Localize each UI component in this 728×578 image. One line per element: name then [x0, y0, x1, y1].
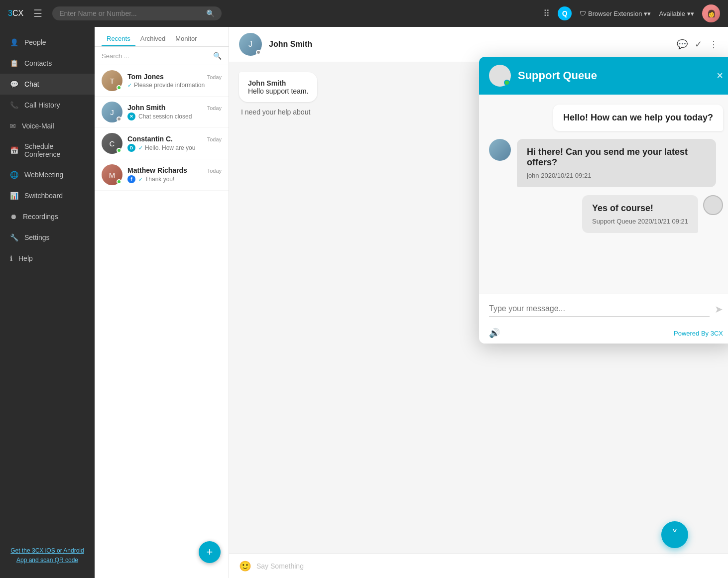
- chat-item-matthew[interactable]: M Matthew Richards Today f ✓ Thank you!: [95, 159, 229, 191]
- chat-bubble-icon[interactable]: 💬: [677, 39, 688, 50]
- sidebar-item-contacts[interactable]: Contacts: [0, 53, 95, 74]
- contacts-icon: [10, 59, 18, 68]
- emoji-icon[interactable]: 🙂: [239, 560, 251, 572]
- tab-recents[interactable]: Recents: [102, 32, 135, 46]
- contact-name: Matthew Richards: [127, 166, 187, 174]
- support-queue-footer: 🔊 Powered By 3CX: [479, 324, 728, 344]
- incoming-message: Hi there! Can you send me your latest of…: [517, 139, 716, 187]
- sidebar-item-chat[interactable]: Chat: [0, 74, 95, 95]
- sidebar-item-switchboard[interactable]: Switchboard: [0, 185, 95, 206]
- sidebar-item-help[interactable]: Help: [0, 248, 95, 269]
- message-time: Today: [207, 105, 222, 111]
- recordings-icon: [10, 212, 17, 221]
- new-chat-button[interactable]: +: [199, 541, 221, 563]
- tab-monitor[interactable]: Monitor: [170, 32, 202, 46]
- sidebar-item-schedule-conference[interactable]: Schedule Conference: [0, 136, 95, 164]
- chat-main: J John Smith 💬 ✓ ⋮ John Smith Hello supp…: [229, 27, 728, 578]
- main-layout: People Contacts Chat Call History Voice-…: [0, 27, 728, 578]
- support-message: Hello! How can we help you today?: [553, 105, 723, 131]
- avatar-wrap: T: [102, 70, 122, 91]
- chat-info: John Smith Today ✕ Chat session closed: [127, 104, 222, 120]
- schedule-conference-icon: [10, 146, 18, 155]
- q-button[interactable]: Q: [558, 6, 572, 20]
- search-input[interactable]: [59, 9, 206, 17]
- status-dot: [117, 148, 121, 153]
- qr-code-link[interactable]: Get the 3CX iOS or Android App and scan …: [10, 546, 85, 565]
- app-logo: 3CX: [8, 9, 23, 18]
- availability-button[interactable]: Available ▾: [659, 10, 694, 17]
- message-preview: ✕ Chat session closed: [127, 113, 222, 120]
- message-meta: Support Queue 2020/10/21 09:21: [592, 218, 688, 225]
- message-preview: f ✓ Thank you!: [127, 175, 222, 183]
- chat-search: 🔍: [95, 47, 229, 65]
- sidebar-item-webmeeting[interactable]: WebMeeting: [0, 164, 95, 185]
- user-avatar[interactable]: 👩: [702, 4, 720, 22]
- message-row: Hi there! Can you send me your latest of…: [489, 139, 723, 187]
- message-time: Today: [207, 136, 222, 142]
- sidebar-item-settings[interactable]: Settings: [0, 227, 95, 248]
- more-options-icon[interactable]: ⋮: [709, 39, 718, 50]
- service-badge-icon: D: [127, 144, 135, 152]
- settings-icon: [10, 233, 18, 242]
- checkmark-icon[interactable]: ✓: [695, 39, 702, 50]
- message-preview: ✓ Please provide information: [127, 82, 222, 89]
- avatar-status-dot: [504, 80, 510, 86]
- support-queue-title: Support Queue: [518, 69, 597, 82]
- chat-input[interactable]: [256, 562, 718, 570]
- tab-archived[interactable]: Archived: [135, 32, 171, 46]
- sender-avatar: [489, 139, 511, 161]
- scroll-down-button[interactable]: ˅: [661, 521, 688, 548]
- message-time: Today: [207, 74, 222, 80]
- facebook-badge-icon: f: [127, 175, 135, 183]
- global-search: 🔍: [52, 6, 222, 20]
- message-time: Today: [207, 168, 222, 174]
- help-icon: [10, 254, 12, 263]
- support-queue-input-area: ➤: [479, 294, 728, 324]
- powered-by-label: Powered By 3CX: [674, 330, 723, 337]
- hamburger-button[interactable]: ☰: [33, 7, 42, 19]
- sidebar-item-recordings[interactable]: Recordings: [0, 206, 95, 227]
- message-sender: John Smith: [248, 79, 308, 87]
- chat-info: Tom Jones Today ✓ Please provide informa…: [127, 73, 222, 89]
- message-bubble: John Smith Hello support team.: [239, 72, 317, 102]
- outgoing-message: Yes of course! Support Queue 2020/10/21 …: [582, 195, 698, 233]
- grid-icon[interactable]: ⠿: [543, 8, 550, 19]
- contact-name: Constantin C.: [127, 135, 173, 143]
- message-preview: D ✓ Hello. How are you: [127, 144, 222, 152]
- message-text: Hello support team.: [248, 87, 308, 95]
- chevron-down-icon: ▾: [687, 10, 694, 17]
- chat-item-tom-jones[interactable]: T Tom Jones Today ✓ Please provide infor…: [95, 65, 229, 97]
- chat-icon: [10, 80, 18, 89]
- send-button[interactable]: ➤: [715, 303, 723, 315]
- input-row: ➤: [489, 301, 723, 317]
- avatar-wrap: C: [102, 133, 122, 154]
- status-indicator: [256, 50, 261, 55]
- switchboard-icon: [10, 191, 18, 200]
- message-input[interactable]: [489, 301, 710, 317]
- chat-tabs: Recents Archived Monitor: [95, 27, 229, 47]
- chat-item-constantin[interactable]: C Constantin C. Today D ✓ Hello. How are…: [95, 128, 229, 159]
- message-meta: john 2020/10/21 09:21: [527, 172, 706, 179]
- sidebar-item-voicemail[interactable]: Voice-Mail: [0, 116, 95, 136]
- chat-info: Constantin C. Today D ✓ Hello. How are y…: [127, 135, 222, 152]
- browser-extension-button[interactable]: 🛡 Browser Extension ▾: [580, 10, 651, 17]
- sound-icon[interactable]: 🔊: [489, 328, 500, 339]
- check-icon: ✓: [138, 176, 143, 183]
- status-dot: [117, 116, 121, 121]
- check-icon: ✓: [127, 82, 132, 89]
- close-button[interactable]: ×: [717, 70, 723, 81]
- check-icon: ✓: [138, 145, 143, 151]
- chat-input-bar: 🙂: [229, 554, 728, 578]
- chat-item-john-smith[interactable]: J John Smith Today ✕ Chat session closed: [95, 97, 229, 128]
- chat-contact-name: John Smith: [269, 40, 312, 49]
- support-queue-popup: Support Queue × Hello! How can we help y…: [479, 57, 728, 344]
- support-queue-header: Support Queue ×: [479, 57, 728, 95]
- support-queue-avatar: [489, 65, 511, 87]
- sidebar-item-call-history[interactable]: Call History: [0, 95, 95, 116]
- topbar-right: ⠿ Q 🛡 Browser Extension ▾ Available ▾ 👩: [543, 4, 720, 22]
- voicemail-icon: [10, 121, 16, 130]
- search-icon: 🔍: [206, 9, 215, 17]
- chat-search-input[interactable]: [102, 52, 213, 60]
- sidebar-item-people[interactable]: People: [0, 32, 95, 53]
- chevron-down-icon: ˅: [672, 528, 678, 542]
